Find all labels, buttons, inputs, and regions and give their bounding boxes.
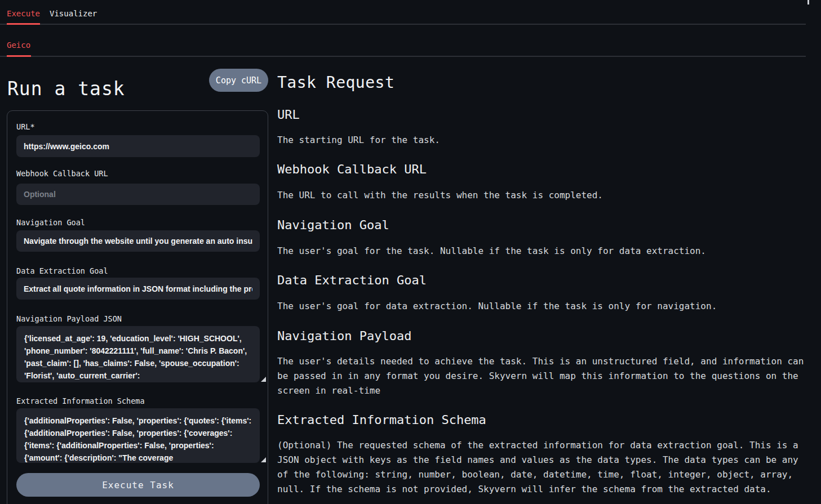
section-heading-extracted-schema: Extracted Information Schema	[277, 413, 486, 427]
navigation-goal-label: Navigation Goal	[16, 218, 85, 227]
resize-handle-icon[interactable]	[261, 377, 266, 382]
top-divider	[0, 24, 806, 25]
tab-visualizer[interactable]: Visualizer	[50, 9, 97, 18]
section-body-url: The starting URL for the task.	[277, 133, 807, 148]
execute-task-button[interactable]: Execute Task	[16, 473, 260, 497]
task-request-title: Task Request	[277, 73, 394, 92]
active-subtab-underline	[7, 55, 31, 57]
section-heading-webhook: Webhook Callback URL	[277, 162, 427, 176]
data-extraction-goal-label: Data Extraction Goal	[16, 266, 108, 275]
task-form-card: URL* Webhook Callback URL Navigation Goa…	[7, 110, 268, 504]
extracted-schema-textarea[interactable]: {'additionalProperties': False, 'propert…	[16, 408, 260, 463]
subtab-divider	[0, 56, 806, 57]
section-body-webhook: The URL to call with the results when th…	[277, 188, 807, 203]
page-title: Run a task	[7, 78, 125, 100]
webhook-input[interactable]	[16, 184, 260, 205]
navigation-goal-input[interactable]	[16, 230, 260, 252]
section-body-navigation-goal: The user's goal for the task. Nullable i…	[277, 244, 807, 258]
tab-geico[interactable]: Geico	[7, 41, 30, 50]
section-heading-navigation-payload: Navigation Payload	[277, 329, 411, 343]
navigation-payload-label: Navigation Payload JSON	[16, 314, 122, 323]
url-label: URL*	[16, 122, 35, 131]
section-heading-url: URL	[277, 108, 300, 122]
section-body-data-extraction-goal: The user's goal for data extraction. Nul…	[277, 299, 807, 314]
section-heading-data-extraction-goal: Data Extraction Goal	[277, 273, 427, 287]
url-input[interactable]	[16, 135, 260, 157]
section-body-extracted-schema: (Optional) The requested schema of the e…	[277, 438, 807, 497]
resize-handle-icon[interactable]	[261, 457, 266, 462]
data-extraction-goal-input[interactable]	[16, 278, 260, 300]
scrollbar-thumb[interactable]	[807, 0, 809, 5]
tab-execute[interactable]: Execute	[7, 9, 40, 18]
webhook-label: Webhook Callback URL	[16, 169, 108, 178]
copy-curl-button[interactable]: Copy cURL	[209, 69, 268, 92]
section-body-navigation-payload: The user's details needed to achieve the…	[277, 354, 807, 398]
extracted-schema-label: Extracted Information Schema	[16, 396, 145, 405]
navigation-payload-textarea[interactable]: {'licensed_at_age': 19, 'education_level…	[16, 326, 260, 382]
section-heading-navigation-goal: Navigation Goal	[277, 218, 389, 232]
active-tab-underline	[7, 23, 40, 25]
